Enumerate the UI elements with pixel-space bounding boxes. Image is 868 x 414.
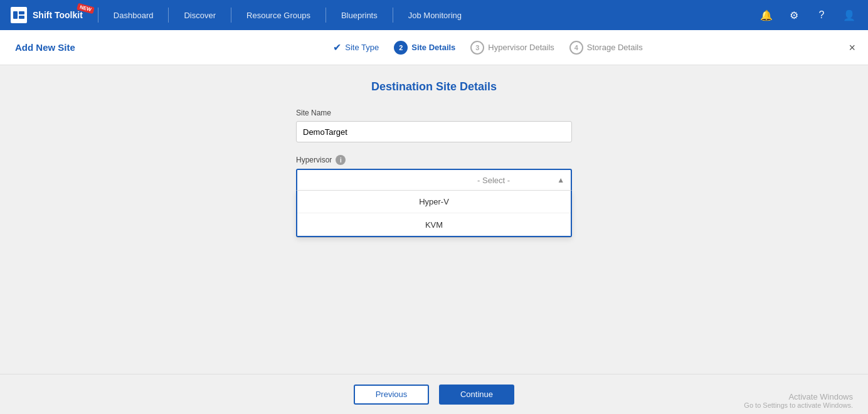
- wizard-step-4: 4 Storage Details: [569, 41, 643, 55]
- site-name-label: Site Name: [296, 109, 572, 117]
- navbar: Shift Toolkit NEW Dashboard Discover Res…: [0, 0, 868, 30]
- step2-circle: 2: [394, 41, 408, 55]
- svg-rect-2: [19, 11, 24, 14]
- brand-name: Shift Toolkit NEW: [33, 10, 83, 20]
- hypervisor-select[interactable]: - Select - ▲: [296, 169, 572, 190]
- nav-resource-groups[interactable]: Resource Groups: [241, 8, 315, 23]
- nav-divider-1: [98, 8, 98, 23]
- svg-rect-3: [19, 16, 24, 19]
- hypervisor-label-row: Hypervisor i: [296, 155, 572, 165]
- nav-icons: 🔔 ⚙ ? 👤: [758, 6, 858, 24]
- svg-rect-0: [11, 7, 27, 23]
- netapp-logo-icon: [10, 6, 28, 24]
- nav-job-monitoring[interactable]: Job Monitoring: [403, 8, 467, 23]
- svg-rect-1: [13, 11, 18, 19]
- nav-discover[interactable]: Discover: [179, 8, 221, 23]
- step2-label: Site Details: [411, 43, 455, 52]
- wizard-step-3: 3 Hypervisor Details: [470, 41, 554, 55]
- nav-divider-2: [168, 8, 169, 23]
- step4-circle: 4: [569, 41, 583, 55]
- main-content: Destination Site Details Site Name Hyper…: [0, 65, 868, 374]
- hypervisor-option-kvm[interactable]: KVM: [297, 213, 571, 236]
- hypervisor-option-hyperv[interactable]: Hyper-V: [297, 191, 571, 213]
- hypervisor-search-input[interactable]: [304, 176, 430, 185]
- step1-check-icon: ✔: [333, 41, 341, 53]
- wizard-steps: ✔ Site Type 2 Site Details 3 Hypervisor …: [123, 41, 853, 55]
- activate-windows-title: Activate Windows: [744, 392, 853, 401]
- brand-logo: Shift Toolkit NEW: [10, 6, 83, 24]
- nav-blueprints[interactable]: Blueprints: [336, 8, 383, 23]
- activate-windows: Activate Windows Go to Settings to activ…: [744, 392, 853, 409]
- nav-dashboard[interactable]: Dashboard: [109, 8, 159, 23]
- notification-icon[interactable]: 🔔: [758, 6, 775, 24]
- step1-label: Site Type: [345, 43, 379, 52]
- hypervisor-dropdown: Hyper-V KVM: [296, 190, 572, 237]
- wizard-title: Add New Site: [15, 42, 103, 53]
- hypervisor-label: Hypervisor: [296, 156, 332, 164]
- site-name-input[interactable]: [296, 121, 572, 142]
- previous-button[interactable]: Previous: [354, 385, 429, 405]
- wizard-step-1: ✔ Site Type: [333, 41, 379, 53]
- form-container: Destination Site Details Site Name Hyper…: [296, 80, 572, 359]
- help-icon[interactable]: ?: [813, 6, 830, 24]
- step3-label: Hypervisor Details: [488, 43, 554, 52]
- wizard-step-2: 2 Site Details: [394, 41, 455, 55]
- activate-windows-subtitle: Go to Settings to activate Windows.: [744, 401, 853, 409]
- step4-label: Storage Details: [587, 43, 643, 52]
- wizard-header: Add New Site ✔ Site Type 2 Site Details …: [0, 30, 868, 65]
- nav-divider-3: [231, 8, 231, 23]
- nav-divider-5: [393, 8, 393, 23]
- user-icon[interactable]: 👤: [840, 6, 858, 24]
- wizard-footer: Previous Continue Activate Windows Go to…: [0, 374, 868, 414]
- hypervisor-info-icon[interactable]: i: [336, 155, 346, 165]
- settings-icon[interactable]: ⚙: [785, 6, 803, 24]
- form-page-title: Destination Site Details: [296, 80, 572, 93]
- hypervisor-chevron-up-icon: ▲: [557, 176, 564, 184]
- step3-circle: 3: [470, 41, 484, 55]
- hypervisor-group: Hypervisor i - Select - ▲ Hyper-V KVM: [296, 155, 572, 190]
- nav-divider-4: [326, 8, 326, 23]
- close-button[interactable]: ×: [849, 41, 855, 54]
- continue-button[interactable]: Continue: [439, 385, 514, 405]
- site-name-group: Site Name: [296, 109, 572, 142]
- hypervisor-placeholder: - Select -: [430, 176, 557, 185]
- hypervisor-select-wrapper: - Select - ▲ Hyper-V KVM: [296, 169, 572, 190]
